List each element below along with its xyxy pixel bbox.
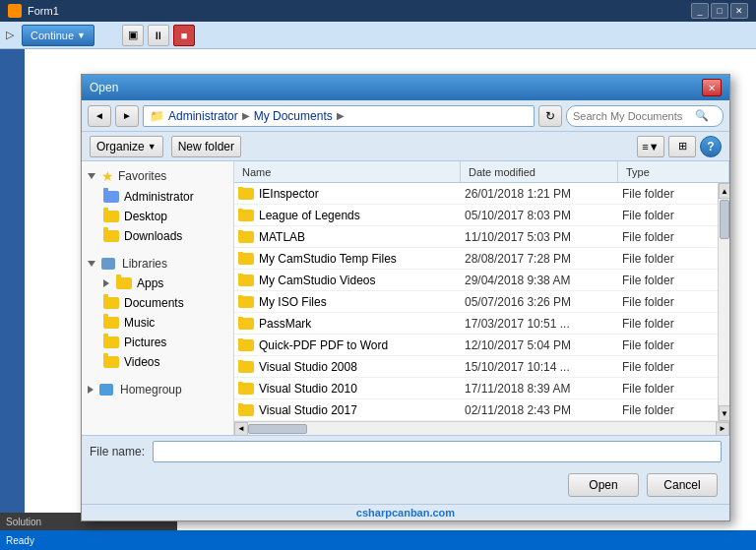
breadcrumb[interactable]: 📁 Administrator ▶ My Documents ▶ <box>143 105 535 127</box>
table-row[interactable]: Quick-PDF PDF to Word 12/10/2017 5:04 PM… <box>234 335 718 356</box>
h-scroll-thumb[interactable] <box>248 424 307 434</box>
homegroup-label: Homegroup <box>120 383 182 397</box>
table-row[interactable]: My CamStudio Temp Files 28/08/2017 7:28 … <box>234 248 718 270</box>
file-name-cell: My ISO Files <box>238 295 465 309</box>
continue-button[interactable]: Continue ▼ <box>22 25 94 46</box>
filename-input[interactable] <box>153 441 722 462</box>
breadcrumb-root[interactable]: Administrator <box>168 109 238 123</box>
table-row[interactable]: Visual Studio 2010 17/11/2018 8:39 AM Fi… <box>234 378 718 399</box>
file-name-cell: League of Legends <box>238 209 465 222</box>
file-date: 12/10/2017 5:04 PM <box>465 338 622 352</box>
organize-dropdown-icon: ▼ <box>148 142 157 152</box>
table-row[interactable]: My CamStudio Videos 29/04/2018 9:38 AM F… <box>234 270 718 291</box>
nav-item-documents[interactable]: Documents <box>82 293 233 313</box>
toolbar-btn-1[interactable]: ▣ <box>122 25 144 46</box>
file-name-cell: IEInspector <box>238 187 465 201</box>
open-button[interactable]: Open <box>568 473 639 497</box>
maximize-btn[interactable]: □ <box>711 3 728 19</box>
file-date: 15/10/2017 10:14 ... <box>465 360 622 374</box>
toolbar-btn-2[interactable]: ⏸ <box>148 25 169 46</box>
address-bar: ◄ ► 📁 Administrator ▶ My Documents ▶ ↻ 🔍 <box>82 100 729 132</box>
watermark: csharpcanban.com <box>82 504 729 520</box>
homegroup-group[interactable]: Homegroup <box>82 380 233 399</box>
file-type: File folder <box>622 382 714 396</box>
col-header-date[interactable]: Date modified <box>461 161 618 182</box>
back-button[interactable]: ◄ <box>88 105 111 127</box>
file-folder-icon <box>238 361 254 373</box>
scroll-down-arrow[interactable]: ▼ <box>719 405 729 421</box>
file-name: My ISO Files <box>259 295 327 309</box>
vs-sidebar <box>0 49 25 550</box>
file-folder-icon <box>238 210 254 221</box>
new-folder-label: New folder <box>178 140 234 153</box>
view-details-button[interactable]: ⊞ <box>668 136 696 157</box>
table-row[interactable]: PassMark 17/03/2017 10:51 ... File folde… <box>234 313 718 335</box>
scroll-right-arrow[interactable]: ► <box>716 422 729 436</box>
help-button[interactable]: ? <box>700 136 722 157</box>
nav-label-apps: Apps <box>137 276 163 290</box>
folder-icon-pictures <box>103 336 119 348</box>
favorites-star-icon: ★ <box>101 168 114 184</box>
nav-item-apps[interactable]: Apps <box>82 274 233 293</box>
col-header-name[interactable]: Name <box>234 161 461 182</box>
file-type: File folder <box>622 338 714 352</box>
nav-pane: ★ Favorites Administrator Desktop Downlo… <box>82 161 234 435</box>
file-name-cell: Visual Studio 2017 <box>238 403 465 417</box>
file-name-cell: PassMark <box>238 317 465 331</box>
vs-status-bar: Ready <box>0 530 756 550</box>
close-btn[interactable]: ✕ <box>730 3 748 19</box>
minimize-btn[interactable]: _ <box>691 3 709 19</box>
table-row[interactable]: My ISO Files 05/07/2016 3:26 PM File fol… <box>234 291 718 313</box>
table-row[interactable]: Visual Studio 2017 02/11/2018 2:43 PM Fi… <box>234 399 718 421</box>
table-row[interactable]: MATLAB 11/10/2017 5:03 PM File folder <box>234 226 718 248</box>
file-name: MATLAB <box>259 230 305 244</box>
vs-title: Form1 <box>28 5 685 17</box>
favorites-expand-icon <box>88 173 95 179</box>
nav-item-videos[interactable]: Videos <box>82 352 233 372</box>
nav-item-administrator[interactable]: Administrator <box>82 187 233 207</box>
folder-icon-desktop <box>103 211 119 222</box>
breadcrumb-folder[interactable]: My Documents <box>254 109 333 123</box>
file-type: File folder <box>622 252 714 266</box>
table-row[interactable]: IEInspector 26/01/2018 1:21 PM File fold… <box>234 183 718 205</box>
refresh-button[interactable]: ↻ <box>538 105 562 127</box>
scroll-thumb[interactable] <box>720 200 729 239</box>
open-dialog: Open ✕ ◄ ► 📁 Administrator ▶ My Document… <box>81 74 730 521</box>
table-row[interactable]: League of Legends 05/10/2017 8:03 PM Fil… <box>234 205 718 226</box>
folder-icon-documents <box>103 297 119 309</box>
forward-button[interactable]: ► <box>115 105 139 127</box>
file-type: File folder <box>622 360 714 374</box>
folder-icon-music <box>103 317 119 329</box>
organize-label: Organize <box>96 140 145 153</box>
view-list-button[interactable]: ≡▼ <box>637 136 664 157</box>
scroll-up-arrow[interactable]: ▲ <box>719 183 729 199</box>
nav-item-desktop[interactable]: Desktop <box>82 207 233 226</box>
file-type: File folder <box>622 317 714 331</box>
nav-item-downloads[interactable]: Downloads <box>82 226 233 246</box>
file-name: Quick-PDF PDF to Word <box>259 338 388 352</box>
file-date: 02/11/2018 2:43 PM <box>465 403 622 417</box>
favorites-group[interactable]: ★ Favorites <box>82 165 233 187</box>
nav-item-pictures[interactable]: Pictures <box>82 333 233 352</box>
cancel-button[interactable]: Cancel <box>647 473 718 497</box>
file-folder-icon <box>238 383 254 395</box>
file-date: 28/08/2017 7:28 PM <box>465 252 622 266</box>
libraries-group[interactable]: Libraries <box>82 254 233 274</box>
file-name: Visual Studio 2008 <box>259 360 357 374</box>
continue-dropdown-icon: ▼ <box>77 31 86 40</box>
new-folder-button[interactable]: New folder <box>171 136 241 157</box>
scroll-left-arrow[interactable]: ◄ <box>234 422 248 436</box>
folder-icon-admin <box>103 191 119 203</box>
search-input[interactable] <box>573 110 691 122</box>
nav-item-music[interactable]: Music <box>82 313 233 333</box>
dialog-close-button[interactable]: ✕ <box>702 79 722 96</box>
organize-button[interactable]: Organize ▼ <box>90 136 163 157</box>
nav-label-downloads: Downloads <box>124 229 182 243</box>
col-header-type[interactable]: Type <box>618 161 729 182</box>
file-name-cell: My CamStudio Videos <box>238 274 465 287</box>
toolbar-btn-3[interactable]: ■ <box>173 25 195 46</box>
table-row[interactable]: Visual Studio 2008 15/10/2017 10:14 ... … <box>234 356 718 378</box>
file-folder-icon <box>238 231 254 243</box>
file-folder-icon <box>238 296 254 308</box>
vs-app-icon <box>8 4 22 18</box>
